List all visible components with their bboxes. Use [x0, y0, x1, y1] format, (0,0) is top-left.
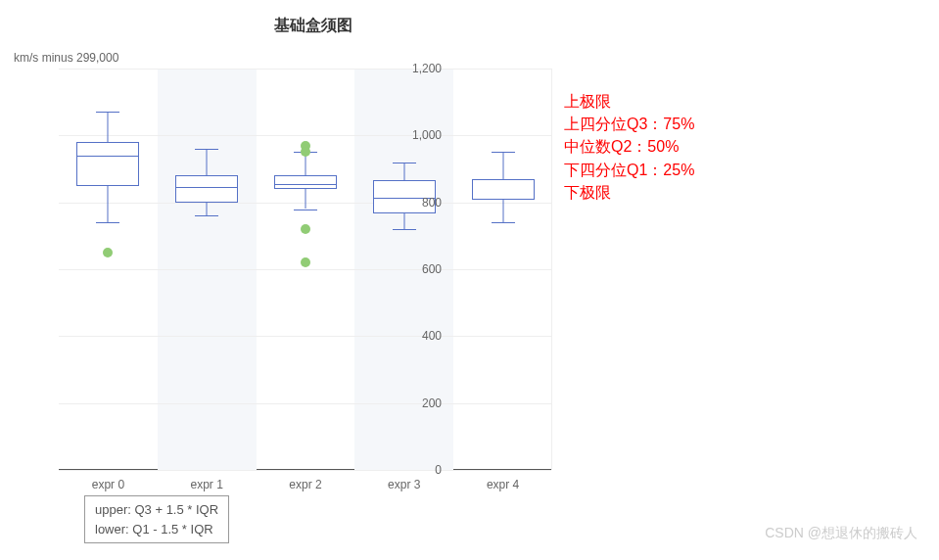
x-tick-label: expr 0: [92, 478, 124, 491]
boxplot-item: [274, 69, 337, 470]
gridline: [59, 470, 551, 471]
annotation-panel: 上极限 上四分位Q3：75% 中位数Q2：50% 下四分位Q1：25% 下极限: [564, 90, 694, 204]
median-line: [76, 156, 139, 157]
y-tick-label: 1,200: [402, 62, 442, 75]
x-tick-label: expr 3: [388, 478, 420, 491]
median-line: [274, 184, 337, 185]
chart-title: 基础盒须图: [0, 16, 627, 36]
y-tick-label: 600: [402, 262, 442, 276]
box-rect: [274, 175, 337, 189]
whisker-cap-upper: [195, 149, 218, 150]
box-rect: [472, 179, 535, 201]
whisker-cap-upper: [96, 112, 119, 113]
outlier-dot: [301, 147, 310, 157]
box-rect: [175, 175, 238, 202]
x-tick-label: expr 4: [487, 478, 519, 491]
outlier-dot: [103, 248, 113, 257]
plot-area: [59, 69, 552, 470]
ann-q3: 上四分位Q3：75%: [564, 113, 694, 135]
median-line: [175, 187, 238, 188]
lower-formula: lower: Q1 - 1.5 * IQR: [95, 520, 218, 539]
boxplot-item: [472, 69, 535, 470]
box-rect: [76, 142, 139, 185]
ann-upper-limit: 上极限: [564, 90, 694, 113]
whisker-cap-lower: [96, 222, 119, 223]
watermark: CSDN @想退休的搬砖人: [765, 525, 917, 542]
y-tick-label: 800: [402, 196, 442, 210]
whisker-cap-lower: [294, 210, 317, 210]
whisker-cap-upper: [492, 152, 515, 153]
outlier-dot: [301, 224, 310, 234]
x-tick-label: expr 1: [191, 478, 223, 491]
y-tick-label: 1,000: [402, 128, 442, 142]
whisker-cap-lower: [393, 229, 416, 230]
boxplot-item: [175, 69, 238, 470]
ann-median: 中位数Q2：50%: [564, 135, 694, 158]
outlier-dot: [301, 257, 310, 267]
y-tick-label: 400: [402, 329, 442, 343]
median-line: [472, 199, 535, 200]
whisker-cap-lower: [195, 215, 218, 216]
formula-legend: upper: Q3 + 1.5 * IQR lower: Q1 - 1.5 * …: [84, 495, 229, 543]
upper-formula: upper: Q3 + 1.5 * IQR: [95, 500, 218, 520]
y-axis-label: km/s minus 299,000: [14, 51, 118, 65]
whisker-cap-upper: [393, 163, 416, 163]
x-tick-label: expr 2: [289, 478, 321, 491]
ann-q1: 下四分位Q1：25%: [564, 159, 694, 181]
y-tick-label: 200: [402, 397, 442, 410]
whisker-cap-lower: [492, 222, 515, 223]
boxplot-item: [76, 69, 139, 470]
ann-lower-limit: 下极限: [564, 181, 694, 204]
y-tick-label: 0: [402, 463, 442, 477]
